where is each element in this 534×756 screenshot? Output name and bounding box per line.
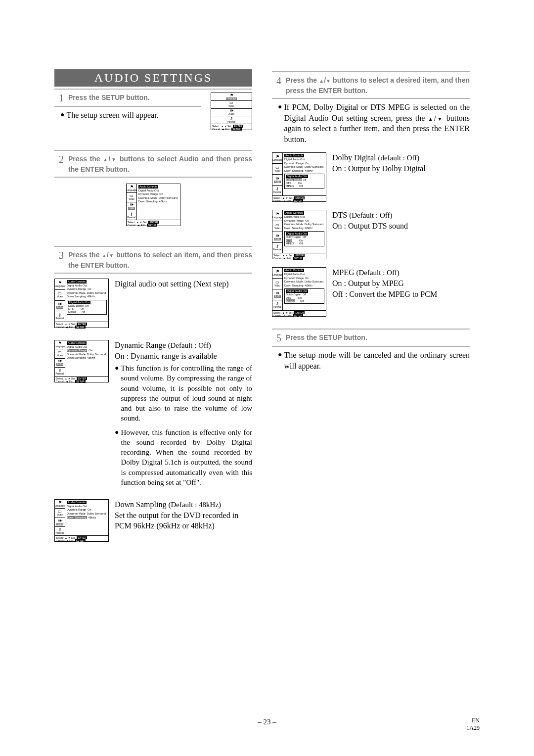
dyn-title: Dynamic Range — [115, 341, 168, 349]
bullet-icon: ● — [60, 111, 66, 119]
step-heading: Press the / buttons to select an item, a… — [68, 250, 252, 271]
step-5-head: 5 Press the SETUP button. — [272, 332, 470, 344]
up-icon — [103, 155, 108, 163]
setup-screen-thumbnail: ⚑Language ▭Video 🕪Audio ⚷Parental Select… — [211, 93, 252, 130]
footer-codes: EN 1A29 — [466, 717, 480, 731]
digital-out-row: ⚑Language ▭Video 🕪Audio ⚷Parental Audio … — [54, 279, 252, 328]
dynamic-range-screen: ⚑Language ▭Video 🕪Audio ⚷Parental Audio … — [54, 340, 109, 382]
screenshot-row: ⚑Language ▭Video 🕪Audio ⚷Parental Audio … — [54, 184, 252, 226]
step5-text: The setup mode will be canceled and the … — [284, 350, 470, 371]
footer-code: 1A29 — [466, 724, 480, 731]
step-2-head: 2 Press the / buttons to select Audio an… — [54, 154, 252, 175]
dyn-p1: This function is for controlling the ran… — [121, 363, 252, 424]
step5-body: ● The setup mode will be canceled and th… — [272, 350, 470, 371]
down-icon — [436, 114, 443, 122]
page-number: – 23 – — [0, 718, 534, 726]
dynamic-range-text: Dynamic Range (Default : Off) On : Dynam… — [115, 340, 252, 487]
page-title: AUDIO SETTINGS — [54, 69, 252, 87]
dolby-default: (default : Off) — [378, 154, 419, 162]
mpeg-row: ⚑Language ▭Video 🕪Audio ⚷Parental Audio … — [272, 267, 470, 317]
downsampling-row: ⚑Language ▭Video 🕪Audio ⚷Parental Audio … — [54, 499, 252, 542]
mpeg-screen: ⚑Language ▭Video 🕪Audio ⚷Parental Audio … — [272, 267, 326, 317]
step-heading: Press the / buttons to select Audio and … — [68, 154, 252, 175]
dolby-title: Dolby Digital — [332, 153, 378, 162]
dolby-text: Dolby Digital (default : Off) On : Outpu… — [332, 152, 470, 174]
dts-default: (Default : Off) — [349, 211, 392, 219]
downsampling-screen: ⚑Language ▭Video 🕪Audio ⚷Parental Audio … — [54, 499, 109, 542]
bullet-icon: ● — [278, 351, 284, 359]
dolby-screen: ⚑Language ▭Video 🕪Audio ⚷Parental Audio … — [272, 152, 326, 202]
step-number: 1 — [54, 93, 68, 104]
dts-screen: ⚑Language ▭Video 🕪Audio ⚷Parental Audio … — [272, 210, 326, 259]
divider — [54, 106, 201, 107]
step-body: The setup screen will appear. — [66, 110, 158, 121]
down-title: Down Sampling — [115, 500, 168, 509]
divider — [54, 246, 252, 247]
down-body: Set the output for the DVD recorded in P… — [115, 510, 252, 531]
digital-out-screen: ⚑Language ▭Video 🕪Audio ⚷Parental Audio … — [54, 279, 109, 328]
bullet-icon: ● — [278, 103, 284, 111]
mpeg-on: On : Output by MPEG — [332, 278, 470, 289]
step4-body: ● If PCM, Dolby Digital or DTS MPEG is s… — [272, 102, 470, 144]
up-icon — [319, 76, 324, 84]
digital-out-text: Digital audio out setting (Next step) — [115, 279, 252, 289]
downsampling-text: Down Sampling (Default : 48kHz) Set the … — [115, 499, 252, 531]
screen-footer: Select : ▲ ▼ Set : ENTER Cancel : ◀ Exit… — [211, 124, 252, 131]
dyn-on-line: On : Dynamic range is available — [115, 351, 252, 362]
manual-page: AUDIO SETTINGS 1 Press the SETUP button.… — [0, 0, 534, 756]
right-column: 4 Press the / buttons to select a desire… — [272, 69, 470, 542]
divider — [272, 71, 470, 72]
mpeg-default: (Default : Off) — [356, 269, 399, 277]
bullet-icon: ● — [115, 364, 121, 372]
down-icon — [110, 155, 117, 163]
divider — [54, 150, 252, 151]
divider — [54, 89, 252, 90]
down-icon — [326, 76, 331, 84]
dts-row: ⚑Language ▭Video 🕪Audio ⚷Parental Audio … — [272, 210, 470, 259]
dts-title: DTS — [332, 211, 349, 219]
step-heading: Press the / buttons to select a desired … — [286, 75, 470, 96]
divider — [272, 329, 470, 330]
up-icon — [428, 114, 434, 122]
bullet-icon: ● — [115, 428, 121, 436]
dynamic-range-row: ⚑Language ▭Video 🕪Audio ⚷Parental Audio … — [54, 340, 252, 487]
audio-controls-screen: ⚑Language ▭Video 🕪Audio ⚷Parental Audio … — [126, 184, 180, 226]
dolby-on: On : Output by Dolby Digital — [332, 163, 470, 174]
dts-on: On : Output DTS sound — [332, 221, 470, 232]
step-heading: Press the SETUP button. — [286, 332, 367, 343]
step-number: 3 — [54, 250, 68, 261]
footer-en: EN — [466, 717, 480, 724]
dts-text: DTS (Default : Off) On : Output DTS soun… — [332, 210, 470, 231]
step-1-row: 1 Press the SETUP button. ● The setup sc… — [54, 93, 252, 130]
step-number: 5 — [272, 332, 286, 344]
divider — [272, 346, 470, 347]
step-heading: Press the SETUP button. — [68, 93, 150, 103]
step-number: 2 — [54, 154, 68, 165]
down-default: (Default : 48kHz) — [168, 501, 221, 509]
mpeg-text: MPEG (Default : Off) On : Output by MPEG… — [332, 267, 470, 299]
divider — [272, 98, 470, 99]
step-3-head: 3 Press the / buttons to select an item,… — [54, 250, 252, 271]
left-column: AUDIO SETTINGS 1 Press the SETUP button.… — [54, 69, 252, 542]
two-column-layout: AUDIO SETTINGS 1 Press the SETUP button.… — [54, 69, 480, 542]
mpeg-title: MPEG — [332, 268, 356, 277]
divider — [54, 273, 252, 274]
up-icon — [102, 251, 107, 259]
dyn-p2: However, this function is effective only… — [121, 427, 252, 488]
step4-body-text: If PCM, Dolby Digital or DTS MPEG is sel… — [284, 102, 470, 144]
dyn-default: (Default : Off) — [168, 341, 211, 349]
step-4-head: 4 Press the / buttons to select a desire… — [272, 75, 470, 96]
divider — [54, 177, 252, 178]
down-icon — [109, 251, 114, 259]
mpeg-off: Off : Convert the MPEG to PCM — [332, 289, 470, 300]
step-number: 4 — [272, 75, 286, 87]
dolby-row: ⚑Language ▭Video 🕪Audio ⚷Parental Audio … — [272, 152, 470, 202]
